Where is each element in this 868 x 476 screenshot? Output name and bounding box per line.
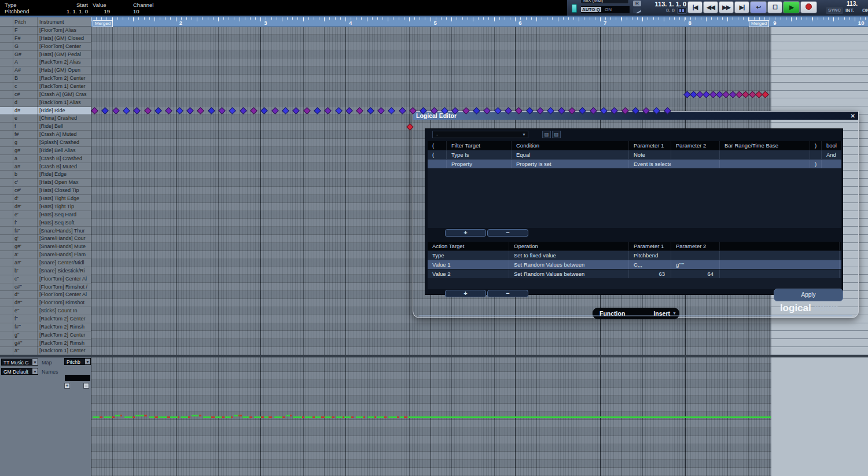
drum-list-row[interactable]: G[FloorTom] Center	[0, 43, 91, 51]
pitchbend-segment[interactable]	[269, 416, 272, 418]
pitchbend-segment[interactable]	[144, 415, 148, 416]
drum-list-row[interactable]: d'[Hats] Tight Edge	[0, 195, 91, 203]
chevron-down-icon[interactable]: ▼	[32, 359, 38, 365]
filter-row[interactable]: (Type IsEqualNoteAnd	[428, 150, 841, 159]
pitchbend-segment[interactable]	[384, 416, 387, 418]
drum-list-row[interactable]: f''[RackTom 2] Center	[0, 315, 91, 323]
drum-list-row[interactable]: c''[FloorTom] Center Al	[0, 275, 91, 283]
add-controller-lane-button[interactable]: +	[64, 383, 70, 389]
close-icon[interactable]: ✕	[851, 112, 855, 120]
drum-list-row[interactable]: F#[Hats] (GM) Closed	[0, 35, 91, 43]
pitchbend-segment[interactable]	[254, 416, 261, 418]
rewind-button[interactable]: ◀◀	[703, 1, 718, 13]
pitchbend-segment[interactable]	[178, 416, 179, 418]
pitchbend-segment[interactable]	[397, 416, 399, 418]
pitchbend-segment[interactable]	[321, 416, 324, 418]
drum-list-row[interactable]: f[Ride] Bell	[0, 123, 91, 131]
read-automation-button[interactable]: R	[633, 1, 641, 6]
pitchbend-segment[interactable]	[261, 416, 264, 418]
pitchbend-segment[interactable]	[367, 416, 374, 418]
pitchbend-segment[interactable]	[404, 416, 407, 418]
controller-select[interactable]: Pitchb ▼	[64, 358, 91, 365]
pitchbend-segment[interactable]	[363, 416, 365, 418]
chevron-down-icon[interactable]: ▼	[522, 131, 526, 138]
drum-list-row[interactable]: a''[RackTom 1] Center	[0, 347, 91, 355]
drum-list-row[interactable]: d#[Ride] Ride	[0, 107, 91, 115]
pitchbend-segment[interactable]	[305, 416, 312, 418]
part-name-tag[interactable]: Merged	[749, 20, 769, 27]
remove-preset-icon[interactable]: ▤	[552, 131, 561, 138]
pitchbend-segment[interactable]	[400, 416, 404, 418]
pitchbend-segment[interactable]	[158, 416, 167, 418]
pitchbend-segment[interactable]	[135, 415, 144, 416]
pitchbend-segment[interactable]	[238, 415, 242, 416]
pitchbend-segment[interactable]	[104, 416, 112, 418]
add-action-line-button[interactable]: +	[445, 290, 486, 297]
drum-list-row[interactable]: c#''[FloorTom] Rimshot /	[0, 283, 91, 291]
pitchbend-segment[interactable]	[170, 416, 178, 418]
info-field-value[interactable]: 19	[93, 8, 110, 14]
pitchbend-segment[interactable]	[249, 416, 252, 418]
go-to-start-button[interactable]: |◀	[687, 1, 703, 13]
cycle-button[interactable]: ↩	[750, 1, 767, 13]
pitchbend-segment[interactable]	[412, 416, 771, 418]
action-row[interactable]: Value 1Set Random Values betweenC,,,g'''…	[428, 260, 841, 269]
info-field-value[interactable]: 1. 1. 1. 0	[53, 8, 88, 14]
auto-q-label[interactable]: AUTO Q	[581, 7, 601, 12]
part-name-tag[interactable]: Merged	[93, 20, 113, 27]
pitchbend-segment[interactable]	[192, 415, 198, 416]
pitchbend-segment[interactable]	[356, 416, 363, 418]
pitchbend-segment[interactable]	[234, 415, 238, 416]
pitchbend-segment[interactable]	[231, 416, 233, 418]
pitchbend-segment[interactable]	[115, 415, 120, 416]
drum-list-row[interactable]: g'[Snare/Hands] Cour	[0, 235, 91, 243]
drum-list-row[interactable]: b'[Snare] Sidestick/Ri	[0, 267, 91, 275]
drum-list-row[interactable]: e[China] Crashed	[0, 115, 91, 123]
remove-controller-lane-button[interactable]: −	[83, 383, 89, 389]
pitchbend-segment[interactable]	[155, 416, 158, 418]
pitchbend-segment[interactable]	[112, 416, 115, 418]
sync-button[interactable]: SYNC	[826, 7, 843, 14]
drum-list-row[interactable]: d''[FloorTom] Center Al	[0, 291, 91, 299]
pitchbend-segment[interactable]	[325, 416, 332, 418]
pitchbend-segment[interactable]	[124, 416, 132, 418]
drum-list-row[interactable]: g#''[RackTom 2] Rimsh	[0, 340, 91, 348]
pitchbend-segment[interactable]	[120, 415, 123, 416]
chevron-down-icon[interactable]: ▼	[85, 359, 90, 364]
drum-list-row[interactable]: g#[Ride] Bell Alias	[0, 147, 91, 155]
names-select[interactable]: GM Default ▼	[1, 368, 38, 375]
remove-action-line-button[interactable]: −	[487, 290, 528, 297]
function-selector[interactable]: Function Insert ▼	[593, 308, 679, 319]
pitchbend-segment[interactable]	[188, 416, 190, 418]
pitchbend-segment[interactable]	[332, 416, 334, 418]
action-row[interactable]: Value 2Set Random Values between6364	[428, 269, 841, 278]
stop-button[interactable]: ☐	[767, 1, 782, 13]
drum-list-row[interactable]: a'[Snare/Hands] Flam	[0, 251, 91, 259]
forward-button[interactable]: ▶▶	[719, 1, 734, 13]
filter-row[interactable]: PropertyProperty is setEvent is selected…	[428, 159, 841, 168]
pitchbend-segment[interactable]	[93, 416, 100, 418]
pitchbend-segment[interactable]	[242, 416, 250, 418]
pitchbend-segment[interactable]	[100, 416, 103, 418]
drum-list-row[interactable]: c#'[Hats] Closed Tip	[0, 187, 91, 195]
drum-list-row[interactable]: g''[RackTom 2] Center	[0, 331, 91, 340]
remove-filter-line-button[interactable]: −	[487, 229, 528, 237]
info-field-value[interactable]: 10	[133, 8, 174, 14]
drum-list-row[interactable]: F[FloorTom] Alias	[0, 27, 91, 35]
pitchbend-segment[interactable]	[377, 416, 384, 418]
auto-quantize-field[interactable]: AUTO QON	[581, 6, 630, 13]
drum-list-row[interactable]: e'[Hats] Seq Hard	[0, 211, 91, 219]
pitchbend-segment[interactable]	[215, 416, 222, 418]
pitchbend-segment[interactable]	[203, 416, 212, 418]
drum-list-row[interactable]: B[RackTom 2] Center	[0, 75, 91, 83]
pitchbend-segment[interactable]	[274, 416, 282, 418]
action-row[interactable]: TypeSet to fixed valuePitchbend	[428, 250, 841, 260]
drum-map-select[interactable]: TT Music C ▼	[1, 359, 38, 366]
pitchbend-segment[interactable]	[315, 416, 321, 418]
pitchbend-segment[interactable]	[149, 416, 155, 418]
pitchbend-segment[interactable]	[225, 416, 231, 418]
drum-list-row[interactable]: f#[Crash A] Muted	[0, 131, 91, 139]
pitchbend-segment[interactable]	[336, 416, 343, 418]
pitchbend-segment[interactable]	[181, 416, 189, 418]
timeline-ruler[interactable]: 2345678910MergedMerged	[91, 17, 868, 27]
